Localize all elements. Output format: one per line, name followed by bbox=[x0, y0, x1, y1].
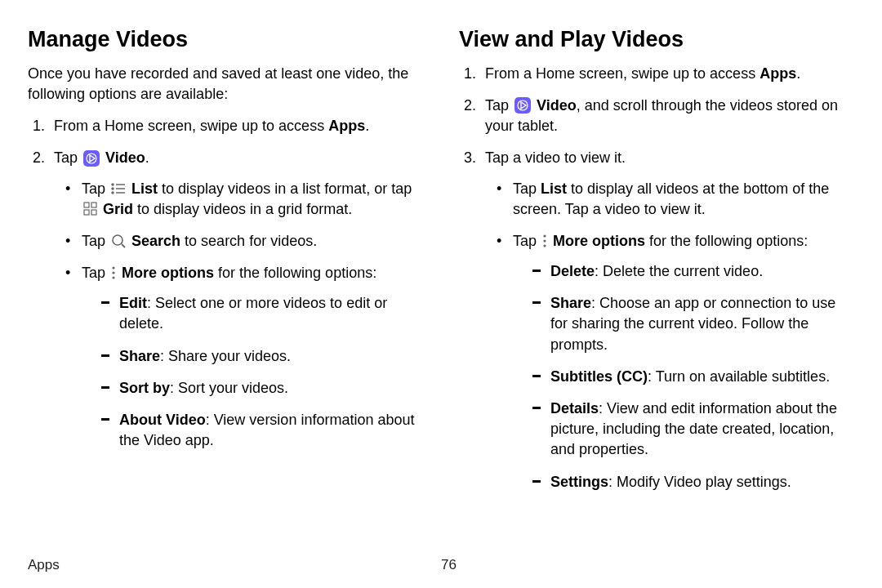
opt-edit: Edit: Select one or more videos to edit … bbox=[101, 293, 423, 334]
step-2: Tap Video, and scroll through the videos… bbox=[480, 96, 854, 136]
heading-view-play-videos: View and Play Videos bbox=[459, 24, 854, 56]
more-options-icon bbox=[111, 265, 116, 280]
opt-delete: Delete: Delete the current video. bbox=[532, 261, 854, 282]
text-bold: Video bbox=[105, 149, 145, 166]
footer-page-number: 76 bbox=[441, 555, 457, 575]
text-bold: Share bbox=[119, 348, 160, 364]
grid-icon bbox=[83, 202, 97, 216]
step-2: Tap Video. Tap List to display videos in… bbox=[49, 148, 423, 451]
text: : Choose an app or connection to use for… bbox=[550, 295, 835, 352]
text: Tap bbox=[513, 180, 541, 197]
text-bold: Delete bbox=[550, 263, 595, 279]
text: Tap bbox=[82, 265, 109, 281]
page-body: Manage Videos Once you have recorded and… bbox=[0, 0, 882, 555]
video-app-icon bbox=[514, 97, 531, 114]
text: to display videos in a grid format. bbox=[133, 201, 352, 217]
opt-share: Share: Share your videos. bbox=[101, 346, 423, 367]
svg-rect-12 bbox=[91, 210, 96, 215]
step-1: From a Home screen, swipe up to access A… bbox=[49, 116, 423, 136]
column-view-play-videos: View and Play Videos From a Home screen,… bbox=[441, 24, 854, 547]
svg-point-7 bbox=[112, 192, 114, 194]
opt-subtitles: Subtitles (CC): Turn on available subtit… bbox=[532, 367, 854, 387]
svg-point-17 bbox=[112, 277, 114, 279]
bullet-more-options: Tap More options for the following optio… bbox=[65, 263, 423, 451]
text: to search for videos. bbox=[180, 233, 317, 249]
svg-point-22 bbox=[543, 240, 546, 243]
opt-sort-by: Sort by: Sort your videos. bbox=[101, 378, 423, 399]
bullet-list-grid: Tap List to display videos in a list for… bbox=[65, 179, 423, 220]
text-bold: Sort by bbox=[119, 380, 170, 396]
text: Tap bbox=[82, 180, 109, 197]
text-bold: More options bbox=[553, 233, 645, 249]
column-manage-videos: Manage Videos Once you have recorded and… bbox=[28, 24, 441, 547]
text-bold: Subtitles (CC) bbox=[550, 368, 648, 385]
page-footer: Apps 76 bbox=[0, 555, 882, 575]
text: . bbox=[365, 118, 369, 134]
text: to display videos in a list format, or t… bbox=[158, 180, 412, 197]
sub-bullets: Tap List to display all videos at the bo… bbox=[485, 179, 854, 492]
steps-list: From a Home screen, swipe up to access A… bbox=[28, 116, 423, 451]
text: for the following options: bbox=[214, 265, 376, 281]
text: for the following options: bbox=[645, 233, 808, 249]
svg-point-3 bbox=[112, 184, 114, 185]
list-icon bbox=[111, 182, 126, 195]
opt-settings: Settings: Modify Video play settings. bbox=[532, 472, 854, 492]
heading-manage-videos: Manage Videos bbox=[28, 24, 423, 56]
opt-details: Details: View and edit information about… bbox=[532, 399, 854, 461]
text: : Turn on available subtitles. bbox=[648, 368, 830, 385]
opt-about-video: About Video: View version information ab… bbox=[101, 410, 423, 451]
more-options-list: Delete: Delete the current video. Share:… bbox=[513, 261, 854, 492]
text-bold: Details bbox=[550, 400, 599, 416]
svg-rect-10 bbox=[91, 203, 96, 207]
step-1: From a Home screen, swipe up to access A… bbox=[480, 64, 854, 84]
more-options-icon bbox=[542, 234, 547, 248]
text-bold: Grid bbox=[103, 201, 133, 217]
text: : Share your videos. bbox=[160, 348, 291, 364]
text-bold: List bbox=[541, 180, 567, 197]
step-3: Tap a video to view it. Tap List to disp… bbox=[480, 148, 854, 492]
video-app-icon bbox=[83, 150, 100, 167]
text-bold: Search bbox=[131, 233, 180, 249]
text-bold: About Video bbox=[119, 412, 206, 428]
text: Tap bbox=[54, 149, 82, 166]
svg-point-13 bbox=[113, 235, 122, 245]
text: Tap bbox=[513, 233, 541, 249]
search-icon bbox=[111, 234, 126, 248]
more-options-list: Edit: Select one or more videos to edit … bbox=[82, 293, 423, 451]
steps-list: From a Home screen, swipe up to access A… bbox=[459, 64, 854, 492]
text-bold: Settings bbox=[550, 474, 608, 490]
text: : Delete the current video. bbox=[595, 263, 763, 279]
svg-point-23 bbox=[543, 245, 546, 247]
svg-rect-11 bbox=[84, 210, 89, 215]
svg-point-21 bbox=[543, 235, 546, 238]
svg-rect-18 bbox=[514, 97, 531, 114]
text-bold: Apps bbox=[760, 65, 796, 82]
svg-line-14 bbox=[122, 244, 125, 247]
svg-point-15 bbox=[112, 267, 114, 270]
opt-share: Share: Choose an app or connection to us… bbox=[532, 293, 854, 355]
text: . bbox=[796, 65, 800, 82]
text: Tap bbox=[485, 97, 513, 114]
svg-rect-9 bbox=[84, 203, 89, 207]
text-bold: Apps bbox=[328, 118, 365, 134]
text: Tap a video to view it. bbox=[485, 149, 626, 166]
sub-bullets: Tap List to display videos in a list for… bbox=[54, 179, 423, 452]
svg-point-5 bbox=[112, 188, 114, 189]
footer-section: Apps bbox=[28, 555, 441, 575]
text-bold: More options bbox=[122, 265, 214, 281]
text-bold: List bbox=[131, 180, 158, 197]
text-bold: Video bbox=[537, 97, 577, 114]
svg-point-16 bbox=[112, 272, 114, 274]
text: : Select one or more videos to edit or d… bbox=[119, 295, 387, 332]
bullet-search: Tap Search to search for videos. bbox=[65, 231, 423, 252]
text-bold: Share bbox=[550, 295, 591, 311]
text-bold: Edit bbox=[119, 295, 147, 311]
intro-text: Once you have recorded and saved at leas… bbox=[28, 64, 423, 105]
bullet-more-options: Tap More options for the following optio… bbox=[497, 231, 854, 492]
text: . bbox=[145, 149, 149, 166]
text: From a Home screen, swipe up to access bbox=[54, 118, 328, 134]
text: : Modify Video play settings. bbox=[608, 474, 791, 490]
text: : Sort your videos. bbox=[170, 380, 288, 396]
bullet-list: Tap List to display all videos at the bo… bbox=[497, 179, 854, 220]
svg-rect-0 bbox=[83, 150, 100, 167]
